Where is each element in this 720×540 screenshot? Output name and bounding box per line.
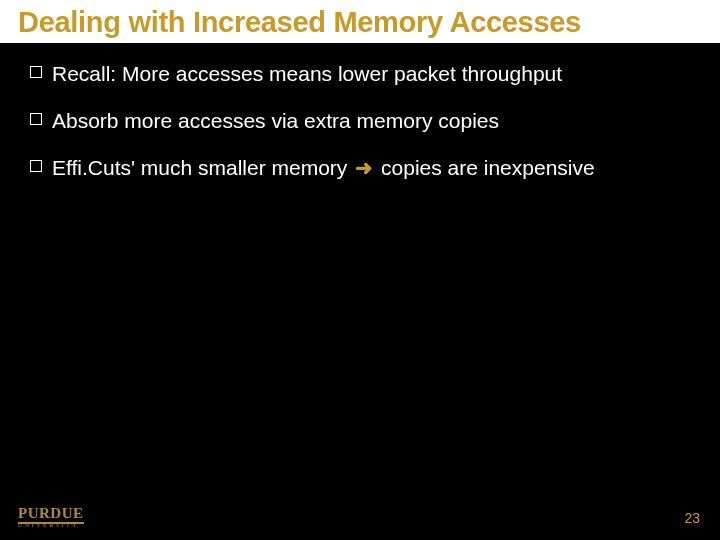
page-number: 23 — [684, 510, 700, 526]
bullet-marker-icon — [30, 66, 42, 78]
bullet-text: Absorb more accesses via extra memory co… — [52, 108, 690, 133]
bullet-text-part: copies are inexpensive — [375, 156, 594, 179]
bullet-item: Absorb more accesses via extra memory co… — [30, 108, 690, 133]
bullet-item: Effi.Cuts' much smaller memory ➜ copies … — [30, 155, 690, 180]
logo-wordmark: PURDUE — [18, 506, 84, 521]
bullet-marker-icon — [30, 160, 42, 172]
bullet-marker-icon — [30, 113, 42, 125]
slide-body: Recall: More accesses means lower packet… — [0, 43, 720, 181]
purdue-logo: PURDUE UNIVERSITY — [18, 506, 84, 528]
bullet-item: Recall: More accesses means lower packet… — [30, 61, 690, 86]
arrow-right-icon: ➜ — [353, 156, 375, 179]
slide-title: Dealing with Increased Memory Accesses — [18, 6, 702, 39]
slide-footer: PURDUE UNIVERSITY 23 — [0, 494, 720, 540]
logo-subtext: UNIVERSITY — [18, 522, 79, 528]
title-bar: Dealing with Increased Memory Accesses — [0, 0, 720, 43]
bullet-text: Effi.Cuts' much smaller memory ➜ copies … — [52, 155, 690, 180]
bullet-text-part: Effi.Cuts' much smaller memory — [52, 156, 353, 179]
bullet-text: Recall: More accesses means lower packet… — [52, 61, 690, 86]
